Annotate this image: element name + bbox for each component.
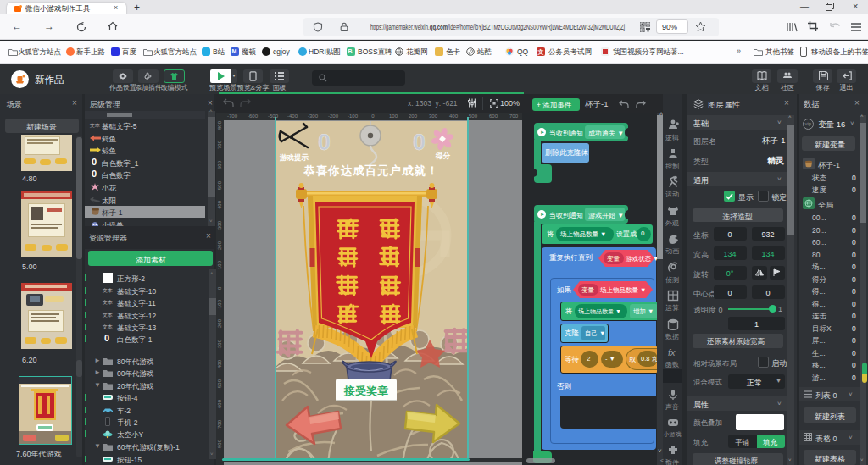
svg-text:游戏提示: 游戏提示 <box>279 153 309 162</box>
svg-text:fx: fx <box>668 347 676 357</box>
svg-text:恭喜你达成百元户成就！: 恭喜你达成百元户成就！ <box>303 163 439 177</box>
svg-text:0: 0 <box>318 130 331 155</box>
svg-text:接受奖章: 接受奖章 <box>343 385 388 397</box>
svg-text:0: 0 <box>413 130 426 155</box>
svg-text:得分: 得分 <box>435 152 451 160</box>
